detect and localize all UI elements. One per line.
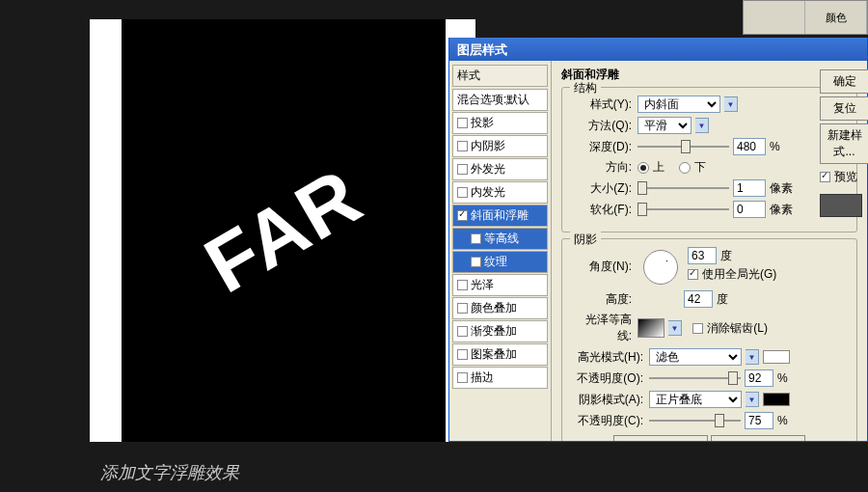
checkbox-icon[interactable] bbox=[457, 303, 468, 314]
px-label2: 像素 bbox=[770, 202, 793, 218]
style-inner-glow[interactable]: 内发光 bbox=[452, 181, 548, 204]
shading-title: 阴影 bbox=[570, 232, 601, 248]
chevron-down-icon[interactable]: ▼ bbox=[746, 392, 759, 407]
chevron-down-icon[interactable]: ▼ bbox=[724, 96, 738, 112]
op1-label: 不透明度(O): bbox=[572, 370, 643, 387]
pct-label: % bbox=[770, 140, 780, 153]
structure-group: 结构 样式(Y):内斜面▼ 方法(Q):平滑▼ 深度(D):% 方向:上 下 大… bbox=[561, 87, 857, 232]
chevron-down-icon[interactable]: ▼ bbox=[668, 320, 682, 336]
style-satin[interactable]: 光泽 bbox=[452, 274, 548, 296]
angle-dial[interactable] bbox=[643, 250, 678, 285]
size-input[interactable] bbox=[733, 179, 766, 197]
shading-group: 阴影 角度(N): 度 使用全局光(G) 高度:度 光泽等高线:▼ 消除锯齿(L… bbox=[561, 238, 857, 441]
caption: 添加文字浮雕效果 bbox=[100, 461, 239, 484]
checkbox-icon[interactable] bbox=[471, 257, 481, 267]
checkbox-icon[interactable] bbox=[457, 141, 468, 151]
up-label: 上 bbox=[653, 159, 665, 176]
depth-input[interactable] bbox=[733, 138, 766, 155]
global-label: 使用全局光(G) bbox=[702, 266, 776, 283]
gloss-contour-swatch[interactable] bbox=[637, 318, 665, 338]
depth-label: 深度(D): bbox=[572, 139, 632, 155]
section-title: 斜面和浮雕 bbox=[561, 67, 857, 83]
op2-input[interactable] bbox=[745, 412, 773, 429]
style-label: 样式(Y): bbox=[572, 96, 632, 113]
cancel-button[interactable]: 复位 bbox=[820, 96, 868, 121]
layer-style-dialog: 图层样式 样式 混合选项:默认 投影 内阴影 外发光 内发光 斜面和浮雕 等高线… bbox=[448, 38, 868, 442]
sh-mode-select[interactable]: 正片叠底 bbox=[649, 391, 742, 408]
size-slider[interactable] bbox=[637, 180, 729, 196]
pct3: % bbox=[777, 414, 788, 427]
dir-up-radio[interactable] bbox=[637, 162, 649, 174]
ok-button[interactable]: 确定 bbox=[820, 69, 868, 94]
make-default-button[interactable]: 设置为默认值 bbox=[613, 435, 708, 441]
blend-options[interactable]: 混合选项:默认 bbox=[452, 89, 548, 111]
chevron-down-icon[interactable]: ▼ bbox=[746, 349, 759, 365]
structure-title: 结构 bbox=[570, 80, 601, 96]
op2-slider[interactable] bbox=[649, 413, 741, 428]
checkbox-icon[interactable] bbox=[457, 280, 468, 290]
panel-tab-empty[interactable] bbox=[744, 1, 805, 34]
soft-label: 软化(F): bbox=[572, 202, 632, 218]
style-select[interactable]: 内斜面 bbox=[637, 96, 720, 113]
preview-label: 预览 bbox=[834, 169, 857, 185]
checkbox-icon[interactable] bbox=[457, 326, 468, 337]
angle-label: 角度(N): bbox=[572, 259, 632, 275]
global-light-checkbox[interactable] bbox=[688, 269, 698, 280]
style-texture[interactable]: 纹理 bbox=[452, 251, 548, 273]
soft-input[interactable] bbox=[733, 201, 766, 218]
checkbox-icon[interactable] bbox=[471, 233, 481, 244]
pct2: % bbox=[777, 371, 788, 385]
sh-color-swatch[interactable] bbox=[763, 393, 790, 406]
deg-label: 度 bbox=[720, 248, 732, 264]
gloss-label: 光泽等高线: bbox=[572, 312, 632, 344]
style-outer-glow[interactable]: 外发光 bbox=[452, 158, 548, 180]
px-label: 像素 bbox=[770, 180, 793, 197]
checkbox-icon[interactable] bbox=[457, 210, 468, 221]
checkbox-icon[interactable] bbox=[457, 349, 468, 360]
checkbox-icon[interactable] bbox=[457, 187, 468, 198]
dir-label: 方向: bbox=[572, 159, 632, 176]
reset-default-button[interactable]: 复位为默认值 bbox=[711, 435, 805, 441]
checkbox-icon[interactable] bbox=[457, 118, 468, 128]
alt-label: 高度: bbox=[572, 291, 632, 308]
op2-label: 不透明度(C): bbox=[572, 413, 643, 429]
checkbox-icon[interactable] bbox=[457, 372, 468, 383]
preview-checkbox[interactable] bbox=[820, 172, 830, 182]
technique-select[interactable]: 平滑 bbox=[637, 117, 692, 134]
style-drop-shadow[interactable]: 投影 bbox=[452, 112, 548, 134]
aa-label: 消除锯齿(L) bbox=[707, 320, 768, 337]
op1-slider[interactable] bbox=[649, 370, 741, 386]
style-stroke[interactable]: 描边 bbox=[452, 367, 548, 389]
alt-input[interactable] bbox=[684, 290, 713, 308]
style-contour[interactable]: 等高线 bbox=[452, 228, 548, 250]
checkbox-icon[interactable] bbox=[457, 164, 468, 175]
dialog-title: 图层样式 bbox=[449, 38, 867, 61]
size-label: 大小(Z): bbox=[572, 180, 632, 197]
angle-input[interactable] bbox=[688, 247, 717, 264]
down-label: 下 bbox=[694, 159, 706, 176]
hl-color-swatch[interactable] bbox=[763, 350, 790, 364]
sh-mode-label: 阴影模式(A): bbox=[572, 392, 643, 408]
style-gradient-overlay[interactable]: 渐变叠加 bbox=[452, 320, 548, 342]
panel-tabs: 颜色 bbox=[743, 0, 868, 35]
canvas-text: FAR bbox=[190, 150, 377, 311]
style-inner-shadow[interactable]: 内阴影 bbox=[452, 135, 548, 157]
style-color-overlay[interactable]: 颜色叠加 bbox=[452, 297, 548, 319]
dir-down-radio[interactable] bbox=[679, 162, 691, 174]
style-pattern-overlay[interactable]: 图案叠加 bbox=[452, 343, 548, 366]
preview-swatch bbox=[820, 194, 862, 217]
op1-input[interactable] bbox=[745, 369, 773, 387]
aa-checkbox[interactable] bbox=[692, 323, 703, 334]
styles-header[interactable]: 样式 bbox=[452, 65, 548, 87]
hl-mode-select[interactable]: 滤色 bbox=[649, 348, 742, 366]
dialog-buttons: 确定 复位 新建样式... 预览 bbox=[820, 69, 868, 217]
panel-tab-color[interactable]: 颜色 bbox=[805, 1, 867, 34]
canvas-area[interactable]: FAR bbox=[122, 19, 446, 442]
depth-slider[interactable] bbox=[637, 139, 729, 154]
style-bevel[interactable]: 斜面和浮雕 bbox=[452, 205, 548, 227]
new-style-button[interactable]: 新建样式... bbox=[820, 123, 868, 164]
soft-slider[interactable] bbox=[637, 202, 729, 217]
chevron-down-icon[interactable]: ▼ bbox=[695, 118, 709, 133]
styles-list: 样式 混合选项:默认 投影 内阴影 外发光 内发光 斜面和浮雕 等高线 纹理 光… bbox=[449, 61, 552, 441]
technique-label: 方法(Q): bbox=[572, 118, 632, 134]
